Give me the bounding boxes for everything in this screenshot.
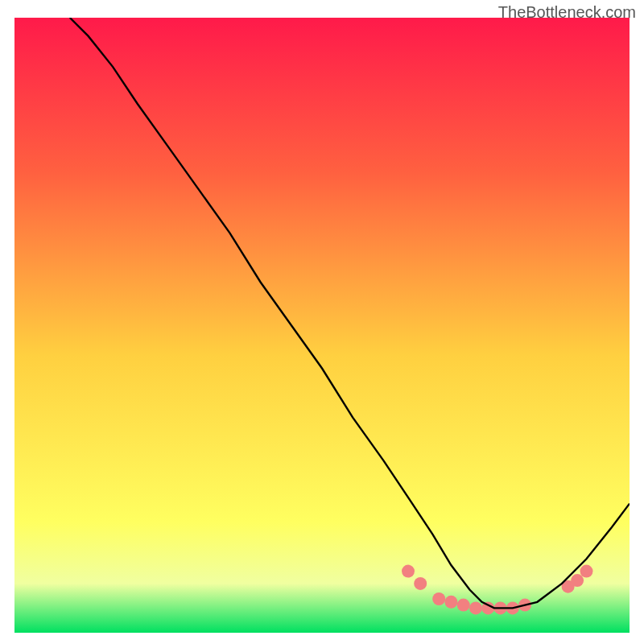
marker-dot	[457, 599, 470, 612]
gradient-background	[14, 18, 630, 633]
chart-canvas	[14, 18, 630, 633]
marker-dot	[580, 565, 593, 578]
marker-dot	[444, 596, 457, 609]
marker-dot	[432, 592, 445, 605]
marker-dot	[571, 574, 584, 587]
marker-dot	[402, 565, 415, 578]
marker-dot	[414, 577, 427, 590]
watermark-label: TheBottleneck.com	[498, 3, 636, 22]
marker-dot	[469, 601, 482, 614]
chart-svg	[14, 18, 630, 633]
